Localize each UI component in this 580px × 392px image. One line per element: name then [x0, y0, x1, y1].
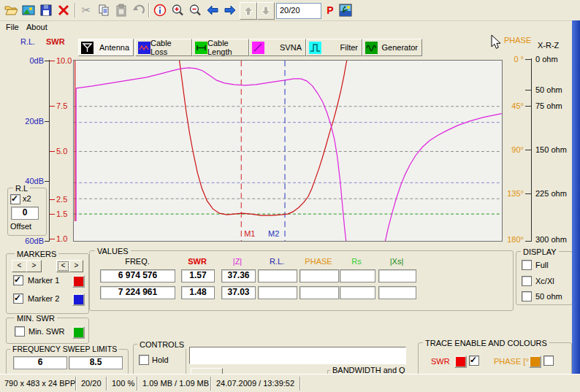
tab-label: Generator: [381, 43, 418, 52]
cut-button[interactable]: ✂: [78, 2, 94, 18]
copy-icon: [96, 3, 111, 18]
sweep-chart[interactable]: M1M2: [73, 60, 503, 242]
marker2-next-button[interactable]: >: [69, 260, 83, 272]
m1-z-field[interactable]: 37.36: [221, 269, 256, 283]
m1-swr-field[interactable]: 1.57: [181, 269, 215, 283]
display-xcxl-label: Xc/Xl: [535, 277, 554, 285]
print-button[interactable]: P: [322, 2, 338, 18]
trace-group-title: TRACE ENABLE AND COLOURS: [423, 339, 549, 347]
down-arrow-icon: [260, 5, 272, 17]
marker1-next-button[interactable]: >: [26, 260, 42, 272]
next-scan-button[interactable]: [222, 2, 238, 18]
save-button[interactable]: [38, 2, 54, 18]
tab-label: Cable Length: [207, 39, 245, 56]
paste-button[interactable]: [113, 2, 129, 18]
m1-rs-field[interactable]: [340, 269, 375, 283]
freq-min-field[interactable]: 6: [13, 356, 67, 369]
freq-max-field[interactable]: 8.5: [69, 356, 123, 369]
tab-cable-length[interactable]: Cable Length: [192, 39, 249, 56]
values-header-freq: FREQ.: [125, 257, 150, 266]
phase-tick-label: 90°: [511, 145, 524, 154]
m1-xs-field[interactable]: [378, 269, 416, 283]
trace-phase-checkbox[interactable]: [543, 356, 554, 366]
marker2-color-swatch[interactable]: [72, 293, 85, 306]
capture-image-button[interactable]: [20, 2, 37, 18]
zoom-out-button[interactable]: [187, 2, 203, 18]
min-swr-checkbox[interactable]: [15, 326, 25, 337]
comment-field[interactable]: [189, 347, 406, 364]
copy-button[interactable]: [96, 2, 112, 18]
display-50ohm-checkbox[interactable]: [522, 291, 532, 301]
toolbar-separator: [148, 3, 150, 18]
m2-rs-field[interactable]: [340, 286, 375, 299]
svna-icon: [252, 42, 264, 54]
m2-xs-field[interactable]: [378, 286, 416, 299]
tick: [50, 214, 55, 215]
status-separator: [137, 377, 138, 391]
m2-z-field[interactable]: 37.03: [221, 286, 256, 299]
rl-tick-label: 60dB: [25, 237, 44, 245]
m2-swr-field[interactable]: 1.48: [181, 286, 215, 299]
trace-phase-color-swatch[interactable]: [529, 356, 541, 368]
tab-filter[interactable]: Filter: [306, 39, 362, 56]
print-p-label: P: [327, 4, 333, 16]
display-full-checkbox[interactable]: [522, 260, 532, 270]
scan-up-button[interactable]: [240, 2, 257, 20]
min-swr-color-swatch[interactable]: [72, 326, 85, 339]
phase-tick-label: 0 °: [514, 55, 524, 64]
trace-swr-color-swatch[interactable]: [454, 356, 467, 368]
m1-freq-field[interactable]: 6 974 576: [100, 269, 175, 283]
marker2-prev-button[interactable]: <: [56, 260, 70, 272]
rl-x2-label: x2: [23, 194, 31, 203]
zoom-in-icon: [170, 3, 185, 18]
tab-label: Cable Loss: [150, 39, 188, 56]
save-floppy-icon: [39, 3, 53, 18]
m2-phase-field[interactable]: [299, 286, 339, 299]
rl-offset-field[interactable]: 0: [11, 207, 39, 220]
marker2-checkbox[interactable]: [13, 293, 23, 304]
marker1-prev-button[interactable]: <: [12, 260, 27, 272]
delete-button[interactable]: [56, 2, 72, 18]
menu-file[interactable]: File: [3, 23, 22, 31]
scan-down-button[interactable]: [257, 2, 275, 20]
zoom-in-button[interactable]: [169, 2, 186, 18]
tick: [45, 121, 49, 122]
tab-generator[interactable]: Generator: [362, 39, 422, 56]
marker1-color-swatch[interactable]: [72, 275, 85, 288]
undo-button[interactable]: [131, 2, 147, 18]
tab-cable-loss[interactable]: Cable Loss: [135, 39, 192, 56]
values-header-z: |Z|: [233, 257, 242, 266]
status-resolution: 790 x 483 x 24 BPP: [4, 379, 75, 388]
values-header-rs: Rs: [351, 257, 361, 266]
m1-rl-field[interactable]: [258, 269, 297, 283]
trace-swr-checkbox[interactable]: [469, 356, 479, 366]
hold-checkbox[interactable]: [139, 355, 149, 365]
prev-scan-button[interactable]: [205, 2, 221, 18]
tab-svna[interactable]: SVNA: [249, 39, 306, 56]
app-window: ✂: [0, 0, 580, 392]
display-xcxl-checkbox[interactable]: [522, 276, 532, 286]
tick: [45, 61, 49, 61]
menu-about[interactable]: About: [23, 23, 50, 31]
status-separator: [106, 377, 107, 391]
rl-x2-checkbox[interactable]: [10, 194, 20, 204]
marker2-label: Marker 2: [28, 294, 59, 303]
m2-freq-field[interactable]: 7 224 961: [100, 286, 175, 299]
image-film-icon: [21, 3, 36, 18]
ohm-tick-label: 225 ohm: [535, 189, 567, 198]
m1-phase-field[interactable]: [299, 269, 339, 283]
swr-tick-label: 7.5: [56, 101, 67, 110]
svg-text:M1: M1: [244, 229, 255, 238]
open-file-button[interactable]: [3, 2, 19, 18]
tab-antenna[interactable]: Antenna: [78, 39, 134, 56]
phase-tick-label: 135°: [507, 189, 524, 198]
marker1-checkbox[interactable]: [13, 275, 23, 285]
info-button[interactable]: [152, 2, 168, 18]
window-right-border: [572, 20, 580, 374]
status-datetime: 24.07.2009 / 13:39:52: [216, 379, 294, 388]
wallpaper-button[interactable]: [337, 2, 354, 18]
m2-rl-field[interactable]: [258, 286, 297, 299]
undo-arrow-icon: [131, 3, 146, 18]
scan-counter-field[interactable]: 20/20: [276, 3, 321, 19]
hold-label: Hold: [152, 356, 169, 364]
